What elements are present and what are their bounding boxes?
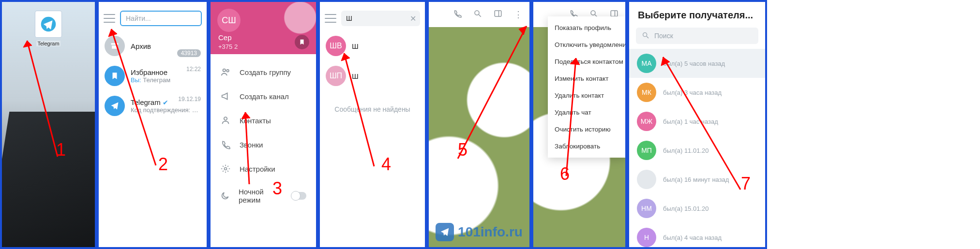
svg-line-17 — [458, 26, 527, 159]
profile-name: Сер — [218, 33, 232, 42]
step-number: 3 — [272, 178, 282, 199]
sidebar-icon[interactable] — [494, 9, 502, 20]
profile-avatar[interactable]: СШ — [217, 9, 241, 32]
panel-context-menu: Показать профиль Отключить уведомления П… — [531, 0, 627, 249]
clear-icon[interactable]: ✕ — [410, 14, 416, 23]
contact-row[interactable]: Нбыл(а) 4 часа назад — [629, 223, 765, 249]
svg-point-7 — [224, 117, 227, 120]
panel-drawer: СШ Сер +375 2 Создать группу Создать кан… — [209, 0, 318, 249]
contact-avatar: МК — [637, 83, 656, 102]
menu-contacts[interactable]: Контакты — [211, 108, 316, 132]
menu-night-mode[interactable]: Ночной режим — [211, 181, 316, 211]
svg-point-19 — [591, 11, 595, 15]
moon-icon — [220, 190, 230, 201]
svg-point-5 — [223, 69, 226, 72]
svg-line-27 — [663, 57, 740, 190]
contact-avatar: МП — [637, 141, 656, 160]
night-toggle[interactable] — [291, 192, 306, 200]
contact-avatar: НМ — [637, 199, 656, 218]
contact-status: был(а) 4 часа назад — [663, 234, 757, 241]
step-arrow — [240, 109, 259, 187]
svg-marker-10 — [241, 112, 250, 119]
contact-avatar: МЖ — [637, 112, 656, 131]
svg-marker-24 — [570, 58, 580, 65]
telegram-shortcut[interactable] — [35, 11, 62, 38]
telegram-icon — [40, 16, 57, 32]
saved-messages-button[interactable] — [295, 35, 309, 49]
panel-search-results: Ш✕ ШВ Ш ШП Ш Сообщения не найдены 4 — [318, 0, 427, 249]
svg-marker-18 — [519, 26, 527, 35]
contact-avatar: МА — [637, 54, 656, 73]
search-icon — [642, 31, 649, 41]
step-arrow — [107, 25, 161, 170]
step-arrow — [537, 55, 581, 181]
svg-rect-21 — [611, 11, 618, 16]
svg-point-6 — [226, 70, 229, 72]
contact-row[interactable]: НМбыл(а) 15.01.20 — [629, 194, 765, 223]
ctx-mute[interactable]: Отключить уведомления — [548, 36, 625, 53]
svg-line-3 — [111, 29, 156, 165]
picker-search[interactable]: Поиск — [636, 28, 758, 44]
step-arrow — [340, 50, 379, 171]
svg-point-13 — [475, 11, 479, 15]
step-number: 2 — [158, 154, 168, 175]
svg-line-26 — [647, 36, 648, 38]
panel-desktop: Telegram 1 — [0, 0, 97, 249]
menu-create-group[interactable]: Создать группу — [211, 60, 316, 84]
search-input[interactable]: Ш✕ — [341, 11, 420, 26]
watermark: 101info.ru — [429, 223, 529, 241]
svg-point-25 — [643, 32, 647, 36]
verified-icon: ✔ — [163, 99, 168, 106]
svg-line-14 — [479, 15, 481, 17]
svg-line-9 — [245, 112, 249, 184]
svg-rect-15 — [495, 11, 501, 16]
menu-settings[interactable]: Настройки — [211, 157, 316, 181]
hamburger-menu-icon[interactable] — [104, 14, 115, 23]
person-icon — [220, 115, 231, 126]
svg-point-8 — [225, 168, 227, 170]
panel-chat-header: —☐✕ ⋮ 5 101info.ru — [427, 0, 531, 249]
watermark-logo-icon — [436, 223, 454, 241]
svg-line-1 — [27, 41, 58, 157]
panel-recipient-picker: Выберите получателя... Поиск МАбыл(а) 5 … — [627, 0, 767, 249]
more-menu-icon[interactable]: ⋮ — [514, 9, 523, 20]
ctx-show-profile[interactable]: Показать профиль — [548, 19, 625, 36]
svg-line-11 — [344, 53, 374, 166]
menu-create-channel[interactable]: Создать канал — [211, 84, 316, 108]
saved-time: 12:22 — [186, 66, 201, 73]
svg-marker-2 — [23, 41, 32, 47]
svg-line-23 — [566, 58, 576, 176]
step-number: 5 — [458, 140, 467, 160]
step-number: 1 — [56, 140, 66, 160]
menu-calls[interactable]: Звонки — [211, 132, 316, 157]
profile-phone: +375 2 — [218, 43, 238, 50]
step-number: 6 — [560, 164, 570, 184]
search-input[interactable]: Найти... — [120, 11, 202, 26]
hamburger-menu-icon[interactable] — [325, 14, 336, 23]
megaphone-icon — [220, 91, 231, 102]
step-number: 4 — [381, 154, 391, 175]
gear-icon — [220, 163, 231, 174]
contact-name: Ш — [352, 42, 419, 50]
picker-title: Выберите получателя... — [629, 2, 765, 26]
contact-avatar — [637, 170, 656, 189]
panel-chat-list: Найти... Архив 43913 Избранное Вы: Телег… — [97, 0, 209, 249]
svg-marker-28 — [661, 57, 670, 66]
search-icon[interactable] — [473, 9, 482, 20]
archive-badge: 43913 — [177, 49, 201, 57]
contact-avatar: Н — [637, 228, 656, 247]
group-icon — [220, 67, 231, 77]
step-number: 7 — [741, 174, 751, 194]
tg-time: 19.12.19 — [178, 96, 201, 103]
drawer-header: СШ Сер +375 2 — [211, 2, 316, 54]
phone-icon — [220, 139, 231, 150]
step-arrow — [658, 54, 745, 194]
contact-status: был(а) 15.01.20 — [663, 205, 757, 212]
call-icon[interactable] — [453, 9, 462, 20]
drawer-menu: СШ Сер +375 2 Создать группу Создать кан… — [211, 2, 316, 247]
